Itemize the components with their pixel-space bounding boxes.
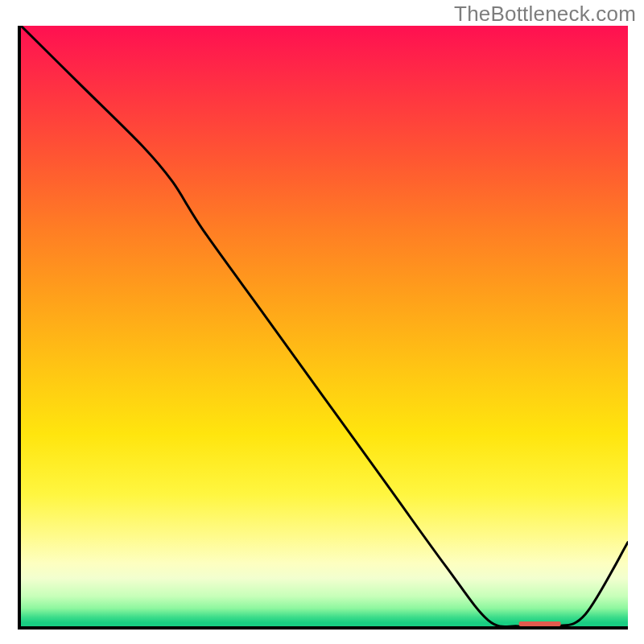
data-curve	[21, 26, 628, 627]
watermark-text: TheBottleneck.com	[454, 2, 636, 27]
plot-area	[18, 26, 628, 630]
chart-container: TheBottleneck.com	[0, 0, 644, 644]
curve-layer	[18, 26, 628, 630]
highlight-marker	[518, 621, 561, 626]
